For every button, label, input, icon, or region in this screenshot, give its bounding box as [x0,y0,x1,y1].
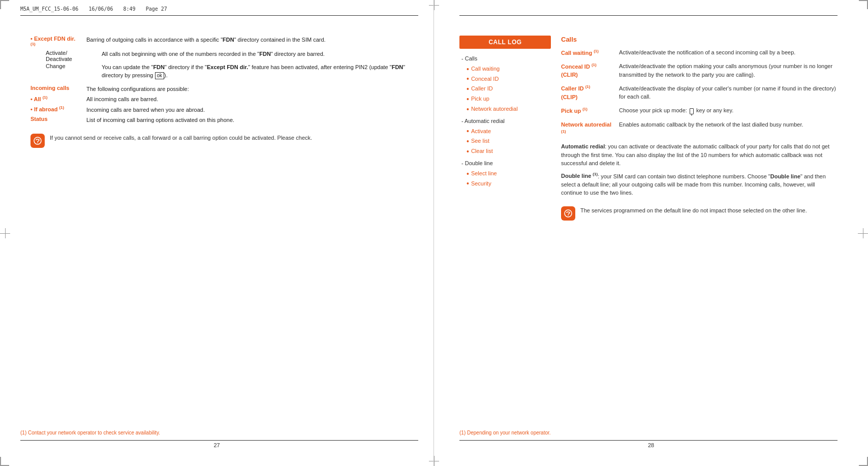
status-description: List of incoming call barring options ac… [86,116,408,125]
right-page-number: 28 [648,442,654,448]
menu-call-waiting: • Call waiting [459,64,551,74]
conceal-id-desc-row: Conceal ID (1)(CLIR) Activate/deactivate… [561,62,838,79]
menu-security-label: Security [471,179,491,189]
status-label: Status [30,116,81,125]
bullet-icon-8: • [467,148,469,155]
pick-up-def: Choose your pick up mode: key or any key… [619,106,838,115]
caller-id-term-text: Caller ID (1)(CLIP) [561,85,590,100]
activate-description: All calls not beginning with one of the … [102,50,408,62]
bullet-icon-3: • [467,85,469,92]
call-log-panel: CALL LOG - Calls • Call waiting • Concea… [459,36,551,446]
change-label: Change [46,63,97,80]
change-row: Change You can update the "FDN" director… [30,63,408,80]
left-page-number: 27 [213,442,220,448]
status-row: Status List of incoming call barring opt… [30,116,408,125]
svg-point-0 [34,137,41,144]
all-calls-description: All incoming calls are barred. [86,95,408,104]
right-note-text: The services programmed on the default l… [580,206,807,215]
abroad-bullet: • If abroad (1) [30,106,64,112]
call-waiting-term-text: Call waiting (1) [561,50,599,56]
menu-pick-up-label: Pick up [471,94,489,104]
conceal-id-term: Conceal ID (1)(CLIR) [561,62,612,79]
left-page-content: • Except FDN dir. (1) Barring of outgoin… [30,36,408,152]
menu-conceal-id: • Conceal ID [459,74,551,84]
all-calls-row: • All (1) All incoming calls are barred. [30,95,408,104]
bullet-icon-10: • [467,180,469,187]
top-border-right [459,15,838,16]
activate-label: Activate/Deactivate [46,50,97,62]
pick-up-desc-row: Pick up (1) Choose your pick up mode: ke… [561,106,838,115]
menu-doubleline-section: - Double line • Select line • Security [459,159,551,189]
menu-calls-section: - Calls • Call waiting • Conceal ID • Ca… [459,54,551,114]
left-note-text: If you cannot send or receive calls, a c… [50,134,312,142]
incoming-calls-description: The following configurations are possibl… [86,85,408,94]
right-descriptions: Calls Call waiting (1) Activate/deactiva… [561,36,838,446]
menu-select-line-label: Select line [471,169,497,179]
page-spread: M5A_UM_FCC_15-06-06 16/06/06 8:49 Page 2… [0,0,868,466]
menu-clear-list: • Clear list [459,146,551,157]
cursor-icon [690,108,694,114]
call-log-title: CALL LOG [459,36,551,49]
double-line-text-block: Double line (1): your SIM card can conta… [561,172,838,197]
menu-clear-list-label: Clear list [471,146,493,157]
bottom-border-right [459,440,838,441]
fdn-row: • Except FDN dir. (1) Barring of outgoin… [30,36,408,49]
header-date: 16/06/06 [88,6,113,12]
header-filename: M5A_UM_FCC_15-06-06 [20,6,78,12]
note-icon-right [561,206,575,221]
pick-up-term-text: Pick up (1) [561,108,587,114]
network-autoredial-desc-row: Network autoredial (1) Enables automatic… [561,120,838,138]
menu-see-list: • See list [459,136,551,146]
abroad-row: • If abroad (1) Incoming calls are barre… [30,106,408,114]
svg-point-1 [37,142,38,143]
bullet-icon-5: • [467,106,469,113]
menu-see-list-label: See list [471,136,489,146]
incoming-calls-row: Incoming calls The following configurati… [30,85,408,94]
bullet-icon-1: • [467,66,469,73]
menu-caller-id: • Caller ID [459,84,551,94]
bottom-border-left [20,440,418,441]
incoming-calls-label: Incoming calls [30,85,81,94]
caller-id-term: Caller ID (1)(CLIP) [561,84,612,102]
menu-caller-id-label: Caller ID [471,84,493,94]
menu-network-autoredial-label: Network autoredial [471,104,518,114]
ok-icon: ok [155,72,165,79]
menu-network-autoredial: • Network autoredial [459,104,551,114]
bullet-icon-4: • [467,96,469,103]
bullet-icon-2: • [467,75,469,82]
left-page: M5A_UM_FCC_15-06-06 16/06/06 8:49 Page 2… [0,0,434,466]
caller-id-def: Activate/deactivate the display of your … [619,84,838,101]
menu-select-line: • Select line [459,169,551,179]
abroad-description: Incoming calls are barred when you are a… [86,106,408,114]
network-autoredial-term-text: Network autoredial (1) [561,121,611,136]
right-footnote: (1) Depending on your network operator. [459,430,838,436]
menu-pick-up: • Pick up [459,94,551,104]
menu-conceal-id-label: Conceal ID [471,74,499,84]
caller-id-desc-row: Caller ID (1)(CLIP) Activate/deactivate … [561,84,838,102]
left-note-box: If you cannot send or receive calls, a c… [30,130,408,152]
bullet-icon-7: • [467,138,469,145]
right-note-box: The services programmed on the default l… [561,202,838,225]
menu-activate: • Activate [459,127,551,137]
header-time: 8:49 [123,6,136,12]
network-autoredial-term: Network autoredial (1) [561,120,612,138]
double-line-bold-term: Double line (1) [561,173,598,179]
conceal-id-def: Activate/deactivate the option making yo… [619,62,838,79]
abroad-label: • If abroad (1) [30,106,81,114]
note-icon-left [30,134,45,148]
bullet-icon-9: • [467,170,469,177]
call-waiting-desc-row: Call waiting (1) Activate/deactivate the… [561,48,838,57]
network-autoredial-def: Enables automatic callback by the networ… [619,120,838,129]
bullet-icon-6: • [467,128,469,135]
auto-redial-text-block: Automatic redial: you can activate or de… [561,142,838,168]
calls-section-title: Calls [561,36,838,43]
fdn-bullet: • Except FDN dir. (1) [30,36,75,49]
menu-autoredial-dash: - Automatic redial [459,116,551,127]
status-title: Status [30,116,48,122]
pick-up-term: Pick up (1) [561,106,612,115]
svg-point-3 [568,215,569,216]
fdn-description: Barring of outgoing calls in accordance … [86,36,408,49]
svg-point-2 [565,210,572,217]
menu-activate-label: Activate [471,127,491,137]
menu-security: • Security [459,179,551,189]
